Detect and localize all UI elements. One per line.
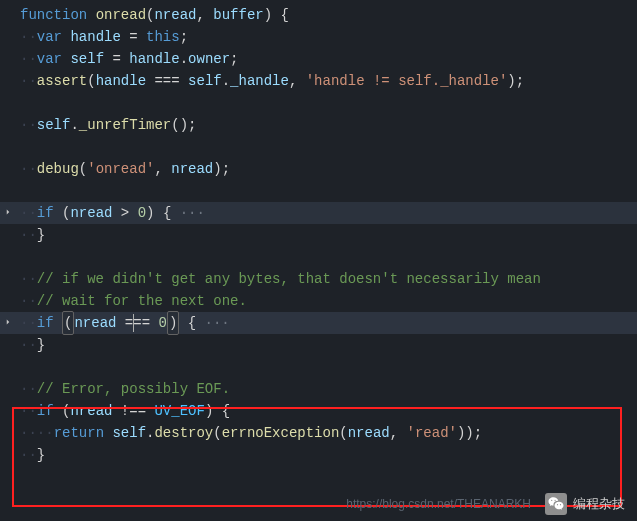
- code-line[interactable]: ··}: [0, 224, 637, 246]
- keyword-function: function: [20, 7, 96, 23]
- code-line[interactable]: ··}: [0, 444, 637, 466]
- blank-line[interactable]: [0, 180, 637, 202]
- blank-line[interactable]: [0, 136, 637, 158]
- code-line[interactable]: ··}: [0, 334, 637, 356]
- code-line[interactable]: ··var self = handle.owner;: [0, 48, 637, 70]
- code-line-folded[interactable]: ··if (nread > 0) { ···: [0, 202, 637, 224]
- code-line-comment[interactable]: ··// Error, possibly EOF.: [0, 378, 637, 400]
- fold-ellipsis[interactable]: ···: [196, 315, 230, 331]
- code-line[interactable]: ··assert(handle === self._handle, 'handl…: [0, 70, 637, 92]
- watermark: https://blog.csdn.net/THEANARKH 编程杂技: [346, 493, 625, 515]
- watermark-label: 编程杂技: [573, 495, 625, 513]
- watermark-url: https://blog.csdn.net/THEANARKH: [346, 497, 531, 511]
- wechat-icon: [545, 493, 567, 515]
- code-line-comment[interactable]: ··// if we didn't get any bytes, that do…: [0, 268, 637, 290]
- fold-chevron[interactable]: [2, 315, 14, 331]
- blank-line[interactable]: [0, 356, 637, 378]
- code-line-active[interactable]: ··if (nread === 0) { ···: [0, 312, 637, 334]
- blank-line[interactable]: [0, 246, 637, 268]
- function-name: onread: [96, 7, 146, 23]
- code-line[interactable]: ··self._unrefTimer();: [0, 114, 637, 136]
- code-line[interactable]: ··var handle = this;: [0, 26, 637, 48]
- fold-ellipsis[interactable]: ···: [171, 205, 205, 221]
- fold-chevron[interactable]: [2, 205, 14, 221]
- code-line[interactable]: function onread(nread, buffer) {: [0, 4, 637, 26]
- code-line-comment[interactable]: ··// wait for the next one.: [0, 290, 637, 312]
- code-editor[interactable]: function onread(nread, buffer) { ··var h…: [0, 0, 637, 466]
- code-line[interactable]: ··debug('onread', nread);: [0, 158, 637, 180]
- blank-line[interactable]: [0, 92, 637, 114]
- code-line[interactable]: ····return self.destroy(errnoException(n…: [0, 422, 637, 444]
- code-line[interactable]: ··if (nread !== UV_EOF) {: [0, 400, 637, 422]
